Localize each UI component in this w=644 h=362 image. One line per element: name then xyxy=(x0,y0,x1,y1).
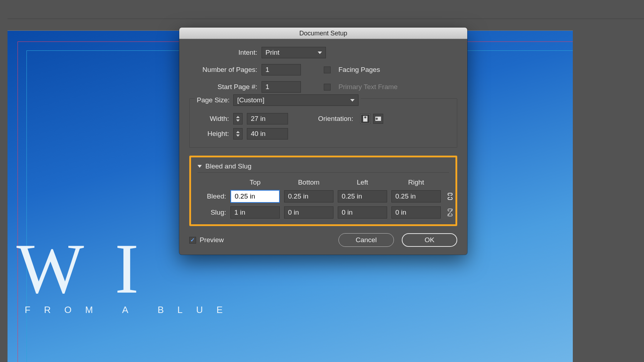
poster-letter-w: W xyxy=(16,228,91,309)
page-size-value: [Custom] xyxy=(237,96,264,104)
height-stepper[interactable] xyxy=(233,128,243,140)
width-stepper[interactable] xyxy=(233,113,243,124)
col-top: Top xyxy=(230,178,280,186)
slug-top-input[interactable]: 1 in xyxy=(230,206,280,219)
slug-left-input[interactable]: 0 in xyxy=(338,206,387,219)
num-pages-input[interactable]: 1 xyxy=(262,64,301,75)
col-left: Left xyxy=(338,178,387,186)
portrait-icon xyxy=(363,116,367,122)
intent-value: Print xyxy=(265,49,279,57)
start-page-label: Start Page #: xyxy=(189,83,257,91)
bleed-top-input[interactable]: 0.25 in xyxy=(230,190,280,203)
document-setup-dialog: Document Setup Intent: Print Number of P… xyxy=(179,28,467,255)
bleed-link-icon[interactable] xyxy=(445,191,455,202)
preview-label: Preview xyxy=(200,236,224,244)
svg-line-0 xyxy=(448,209,453,216)
slug-unlink-icon[interactable] xyxy=(445,207,455,218)
bleed-right-input[interactable]: 0.25 in xyxy=(391,190,441,202)
poster-letter-i: I xyxy=(115,228,139,309)
orientation-portrait-button[interactable] xyxy=(360,114,370,124)
chevron-down-icon xyxy=(197,165,202,168)
chevron-down-icon xyxy=(350,99,355,102)
bleed-left-input[interactable]: 0.25 in xyxy=(338,190,387,202)
num-pages-label: Number of Pages: xyxy=(189,66,257,74)
facing-pages-checkbox[interactable] xyxy=(324,67,331,73)
intent-label: Intent: xyxy=(189,49,257,57)
bleed-slug-toggle[interactable]: Bleed and Slug xyxy=(197,162,449,173)
chevron-down-icon xyxy=(318,52,322,54)
bleed-bottom-input[interactable]: 0.25 in xyxy=(284,190,333,202)
dialog-title: Document Setup xyxy=(179,28,467,39)
width-input[interactable]: 27 in xyxy=(247,113,288,124)
width-label: Width: xyxy=(197,115,229,123)
orientation-landscape-button[interactable] xyxy=(373,114,383,124)
col-bottom: Bottom xyxy=(284,178,333,186)
slug-bottom-input[interactable]: 0 in xyxy=(284,206,333,219)
poster-tagline: FROM A BLUE xyxy=(25,304,236,315)
page-size-fieldset: Page Size: [Custom] Width: 27 in Orienta… xyxy=(189,98,457,148)
page-size-select[interactable]: [Custom] xyxy=(233,94,358,106)
app-divider xyxy=(8,19,644,19)
bleed-slug-section-highlight: Bleed and Slug Top Bottom Left Right Ble… xyxy=(189,156,457,226)
page-size-label: Page Size: xyxy=(197,96,230,104)
preview-checkbox[interactable]: ✓ xyxy=(189,237,196,244)
cancel-button[interactable]: Cancel xyxy=(338,233,394,247)
orientation-label: Orientation: xyxy=(318,115,353,123)
landscape-icon xyxy=(375,117,381,121)
slug-right-input[interactable]: 0 in xyxy=(391,206,441,219)
height-label: Height: xyxy=(197,130,229,138)
slug-row-label: Slug: xyxy=(197,209,226,216)
start-page-input[interactable]: 1 xyxy=(262,81,301,93)
ok-button[interactable]: OK xyxy=(402,233,457,247)
bleed-slug-title: Bleed and Slug xyxy=(205,162,252,170)
height-input[interactable]: 40 in xyxy=(247,128,288,140)
primary-text-frame-checkbox xyxy=(324,84,331,90)
primary-text-frame-label: Primary Text Frame xyxy=(338,83,397,91)
facing-pages-label: Facing Pages xyxy=(338,66,380,74)
col-right: Right xyxy=(391,178,441,186)
bleed-row-label: Bleed: xyxy=(197,192,226,200)
intent-select[interactable]: Print xyxy=(262,47,326,58)
